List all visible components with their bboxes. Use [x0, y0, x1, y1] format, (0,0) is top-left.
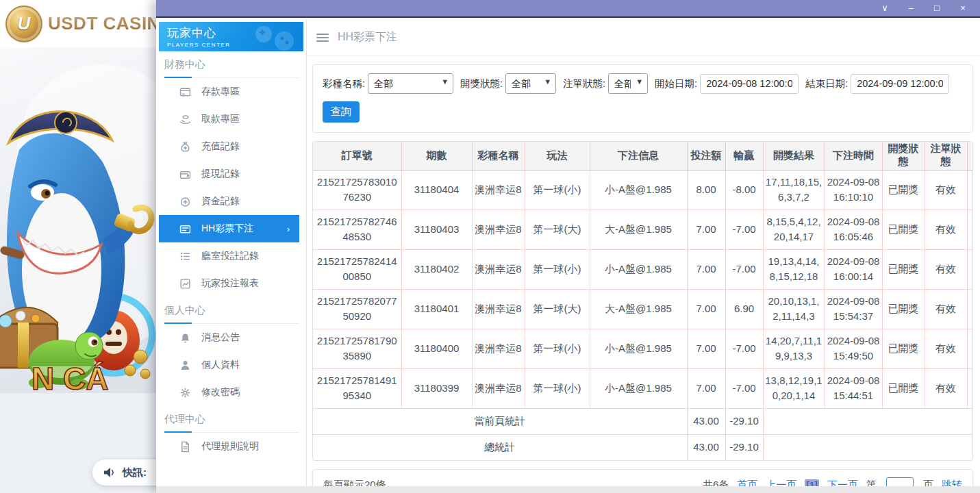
bets-table: 訂單號期數彩種名稱玩法下注信息投注額輸贏開獎結果下注時間開獎狀態注單狀態2152… [313, 142, 973, 460]
table-cell: 2152172578149195340 [313, 368, 401, 408]
table-cell: 31180401 [401, 289, 472, 329]
table-cell: 澳洲幸运8 [472, 329, 525, 368]
table-cell: 31180404 [401, 170, 472, 210]
summary-bet-amount: 43.00 [687, 434, 725, 460]
sidebar-item-label: 取款專區 [201, 113, 240, 125]
column-header: 彩種名稱 [472, 142, 525, 170]
table-cell: 第一球(小) [525, 170, 590, 210]
table-cell: 澳洲幸运8 [472, 249, 525, 289]
table-cell: 17,11,18,15,6,3,7,2 [763, 170, 825, 210]
search-button[interactable]: 查詢 [323, 101, 360, 123]
page-title: HH彩票下注 [338, 30, 397, 45]
order-status-select[interactable]: 全部 [608, 73, 648, 94]
first-page-link[interactable]: 首页 [737, 479, 757, 486]
table-cell: 小-A盤@1.985 [590, 249, 687, 289]
gamepad-icon [250, 25, 299, 51]
jump-link[interactable]: 跳转 [942, 479, 962, 486]
draw-status-select[interactable]: 全部 [505, 73, 556, 94]
table-cell: 有效 [925, 170, 967, 210]
summary-empty [763, 434, 973, 460]
table-cell: 2024-09-08 16:00:14 [825, 249, 882, 289]
start-date-input[interactable] [700, 74, 799, 94]
sidebar-item-agent-rules[interactable]: 代理規則說明 [159, 433, 306, 460]
table-cell: 2152172578301076230 [313, 170, 401, 210]
end-date-input[interactable] [851, 74, 949, 94]
sidebar-item-funds-record[interactable]: 資金記錄 [159, 188, 306, 215]
sidebar-section: 財務中心存款專區取款專區充值記錄提現記錄資金記錄HH彩票下注›廳室投註記錄玩家投… [159, 58, 306, 297]
column-header: 期數 [401, 142, 472, 170]
table-cell: 7.00 [687, 210, 725, 249]
table-row: 215217257830107623031180404澳洲幸运8第一球(小)小-… [313, 170, 973, 210]
maximize-icon[interactable]: □ [924, 0, 950, 16]
table-cell: 2152172578207750920 [313, 289, 401, 329]
chevron-down-icon[interactable]: ∨ [872, 0, 898, 16]
table-cell: 有效 [925, 368, 967, 408]
summary-win-loss: -29.10 [725, 434, 763, 460]
sidebar-item-player-bet-report[interactable]: 玩家投注報表 [159, 270, 306, 297]
page-size-text: 每頁顯示20條 [323, 479, 386, 486]
document-icon [179, 441, 191, 453]
speaker-icon [103, 466, 116, 479]
news-ticker-pill[interactable]: 快訊: [92, 459, 156, 485]
sidebar-item-personal-profile[interactable]: 個人資料 [159, 351, 306, 379]
table-cell: 有效 [925, 289, 967, 329]
table-row: 215217257820775092031180401澳洲幸运8第一球(大)大-… [313, 289, 973, 329]
sidebar-item-change-password[interactable]: 修改密碼 [159, 379, 306, 406]
sidebar-item-withdrawal-record[interactable]: 提現記錄 [159, 160, 306, 188]
column-header: 注單狀態 [925, 142, 967, 170]
window-bottom-strip [156, 486, 980, 493]
page-summary-row: 當前頁統計43.00-29.10 [313, 408, 973, 434]
sidebar-item-label: HH彩票下注 [201, 223, 253, 235]
prev-page-link[interactable]: 上一页 [766, 479, 796, 486]
table-cell: -8.00 [725, 170, 763, 210]
app-window: ∨ – □ × 玩家中心 PLAYERS CENTER 財務中心存款專區取款專區… [156, 0, 980, 493]
sidebar-header: 玩家中心 PLAYERS CENTER [159, 22, 303, 51]
table-cell: -7.00 [725, 329, 763, 368]
table-cell: 已開獎 [882, 249, 925, 289]
next-page-link[interactable]: 下一页 [827, 479, 858, 486]
report-icon [179, 278, 191, 290]
sidebar-item-label: 充值記錄 [201, 140, 240, 153]
deposit-card-icon [179, 86, 191, 98]
sidebar-item-withdraw-zone[interactable]: 取款專區 [159, 105, 306, 133]
table-cell: 2024-09-08 16:10:10 [825, 170, 882, 210]
sidebar-section-heading: 代理中心 [164, 413, 299, 433]
table-cell: 澳洲幸运8 [472, 210, 525, 249]
sidebar-section: 代理中心代理規則說明 [159, 413, 306, 460]
table-cell: 小-A盤@1.985 [590, 170, 687, 210]
chevron-right-icon: › [287, 224, 290, 234]
main-area: HH彩票下注 彩種名稱: 全部 ▼ [306, 19, 980, 486]
sidebar-item-message-announcement[interactable]: 消息公告 [159, 324, 306, 351]
column-header: 訂單號 [313, 142, 401, 170]
sidebar-item-room-bet-record[interactable]: 廳室投註記錄 [159, 242, 306, 270]
table-cell: 已開獎 [882, 210, 925, 249]
sidebar-item-deposit-zone[interactable]: 存款專區 [159, 78, 306, 105]
window-titlebar: ∨ – □ × [156, 0, 980, 18]
sidebar-section-heading: 個人中心 [164, 304, 299, 324]
table-cell: 大-A盤@1.985 [590, 289, 687, 329]
sidebar-item-hh-lottery-bets[interactable]: HH彩票下注› [159, 215, 299, 242]
page-number-input[interactable] [886, 477, 914, 487]
close-icon[interactable]: × [950, 0, 976, 16]
start-date-label: 開始日期: [655, 77, 697, 90]
minimize-icon[interactable]: – [898, 0, 924, 16]
menu-icon[interactable] [316, 34, 329, 42]
table-cell: 7.00 [687, 289, 725, 329]
sidebar-item-recharge-record[interactable]: 充值記錄 [159, 133, 306, 160]
page-suffix-text: 页 [923, 479, 933, 486]
table-cell: 14,20,7,11,19,9,13,3 [763, 329, 825, 368]
usdt-coin-logo-icon: U [5, 5, 42, 42]
table-cell: 第一球(小) [525, 329, 590, 368]
table-cell: 有效 [925, 329, 967, 368]
current-page-chip[interactable]: [1] [805, 479, 819, 486]
news-ticker-label: 快訊: [123, 466, 147, 479]
table-gutter [967, 170, 973, 210]
table-header-row: 訂單號期數彩種名稱玩法下注信息投注額輸贏開獎結果下注時間開獎狀態注單狀態 [313, 142, 973, 170]
sidebar: 玩家中心 PLAYERS CENTER 財務中心存款專區取款專區充值記錄提現記錄… [156, 19, 306, 486]
sidebar-item-label: 資金記錄 [201, 195, 240, 207]
lottery-name-select[interactable]: 全部 [368, 73, 453, 94]
ticket-icon [179, 223, 191, 235]
table-row: 215217257817903589031180400澳洲幸运8第一球(小)小-… [313, 329, 973, 368]
table-gutter [967, 368, 973, 408]
summary-label: 總統計 [313, 434, 687, 460]
